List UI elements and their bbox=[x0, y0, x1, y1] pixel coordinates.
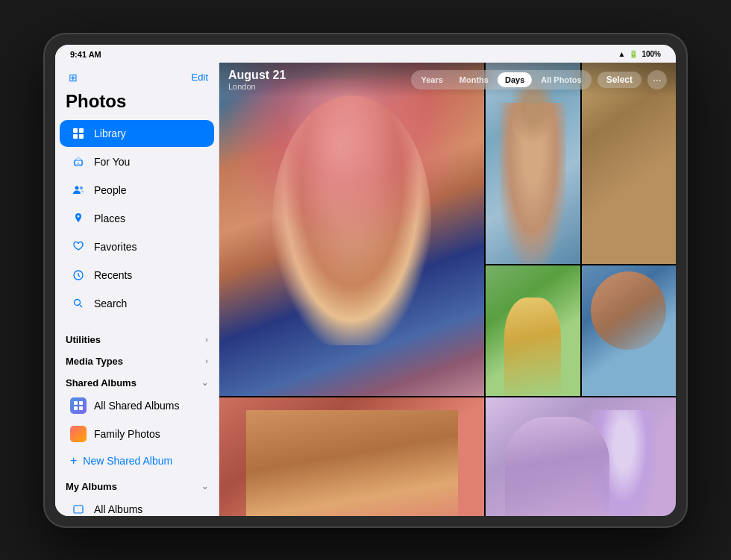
photo-topbar: August 21 London Years Months Days All P… bbox=[219, 63, 676, 97]
sidebar-item-favorites[interactable]: Favorites bbox=[60, 233, 214, 260]
svg-point-6 bbox=[80, 186, 83, 189]
media-types-label: Media Types bbox=[66, 356, 123, 367]
ipad-screen: 9:41 AM ▲ 🔋 100% ⊞ Edit Photos bbox=[55, 45, 676, 516]
select-button[interactable]: Select bbox=[597, 72, 641, 88]
edit-button[interactable]: Edit bbox=[192, 72, 208, 83]
recents-label: Recents bbox=[94, 269, 132, 281]
my-albums-label: My Albums bbox=[66, 481, 117, 492]
for-you-icon bbox=[70, 154, 87, 170]
family-photos-label: Family Photos bbox=[94, 428, 160, 440]
all-shared-albums-thumb bbox=[70, 397, 87, 414]
svg-rect-11 bbox=[79, 401, 83, 405]
photo-cell-main[interactable] bbox=[219, 63, 484, 396]
more-button[interactable]: ··· bbox=[647, 70, 667, 89]
sidebar-item-recents[interactable]: Recents bbox=[60, 262, 214, 289]
people-label: People bbox=[94, 184, 127, 196]
shared-albums-chevron: ⌄ bbox=[201, 378, 208, 388]
favorites-icon bbox=[70, 239, 87, 255]
battery-level: 100% bbox=[641, 50, 661, 58]
svg-point-9 bbox=[75, 299, 81, 305]
svg-rect-3 bbox=[79, 134, 84, 139]
section-shared-albums[interactable]: Shared Albums ⌄ bbox=[55, 370, 219, 391]
section-media-types[interactable]: Media Types › bbox=[55, 348, 219, 370]
sidebar-item-library[interactable]: Library bbox=[60, 120, 214, 147]
photo-cell-4[interactable] bbox=[219, 397, 484, 516]
shared-albums-label: Shared Albums bbox=[66, 377, 137, 388]
svg-rect-12 bbox=[74, 406, 78, 410]
family-photos-thumb bbox=[70, 426, 87, 442]
library-label: Library bbox=[94, 128, 126, 139]
utilities-label: Utilities bbox=[66, 334, 101, 345]
photo-main: August 21 London Years Months Days All P… bbox=[219, 63, 676, 516]
search-label: Search bbox=[94, 298, 127, 309]
new-shared-album-button[interactable]: + New Shared Album bbox=[60, 449, 214, 473]
photo-grid bbox=[219, 63, 676, 516]
sidebar-title: Photos bbox=[55, 89, 219, 119]
battery-icon: 🔋 bbox=[629, 50, 638, 58]
filter-years[interactable]: Years bbox=[413, 72, 450, 87]
photo-cell-5[interactable] bbox=[486, 265, 580, 396]
sidebar-header: ⊞ Edit bbox=[55, 70, 219, 89]
section-utilities[interactable]: Utilities › bbox=[55, 327, 219, 348]
places-icon bbox=[70, 210, 87, 227]
photo-cell-6[interactable] bbox=[582, 265, 677, 396]
all-albums-label: All Albums bbox=[94, 503, 142, 515]
photo-location: London bbox=[228, 82, 286, 91]
search-icon bbox=[70, 295, 87, 312]
favorites-label: Favorites bbox=[94, 241, 137, 253]
filter-days[interactable]: Days bbox=[498, 72, 532, 87]
sidebar-item-for-you[interactable]: For You bbox=[60, 148, 214, 175]
status-time: 9:41 AM bbox=[70, 50, 101, 59]
people-icon bbox=[70, 182, 87, 198]
photo-date-location: August 21 London bbox=[228, 69, 286, 91]
status-bar: 9:41 AM ▲ 🔋 100% bbox=[55, 45, 676, 63]
svg-point-5 bbox=[75, 186, 79, 189]
sidebar-item-all-albums[interactable]: All Albums bbox=[60, 496, 214, 516]
svg-point-7 bbox=[78, 215, 80, 217]
sidebar-item-family-photos[interactable]: Family Photos bbox=[60, 421, 214, 447]
svg-rect-14 bbox=[74, 506, 83, 513]
my-albums-chevron: ⌄ bbox=[201, 482, 208, 491]
photo-cell-9[interactable] bbox=[486, 397, 676, 516]
status-right: ▲ 🔋 100% bbox=[618, 50, 661, 58]
sidebar-toggle-icon[interactable]: ⊞ bbox=[66, 70, 81, 85]
wifi-icon: ▲ bbox=[618, 50, 626, 58]
sidebar: ⊞ Edit Photos Library bbox=[55, 63, 219, 516]
plus-icon: + bbox=[70, 454, 77, 468]
photo-date: August 21 bbox=[228, 69, 286, 82]
filter-all-photos[interactable]: All Photos bbox=[533, 72, 589, 87]
svg-rect-13 bbox=[79, 406, 83, 410]
media-types-chevron: › bbox=[205, 356, 208, 365]
all-albums-icon bbox=[70, 501, 87, 516]
photo-controls: Years Months Days All Photos Select ··· bbox=[411, 70, 667, 89]
sidebar-item-people[interactable]: People bbox=[60, 177, 214, 204]
sidebar-item-search[interactable]: Search bbox=[60, 290, 214, 317]
time-filter-group: Years Months Days All Photos bbox=[411, 70, 591, 89]
all-shared-albums-label: All Shared Albums bbox=[94, 400, 179, 412]
section-my-albums[interactable]: My Albums ⌄ bbox=[55, 474, 219, 495]
places-label: Places bbox=[94, 213, 125, 224]
sidebar-item-all-shared-albums[interactable]: All Shared Albums bbox=[60, 392, 214, 419]
recents-icon bbox=[70, 267, 87, 283]
library-icon bbox=[70, 125, 87, 142]
sidebar-item-places[interactable]: Places bbox=[60, 205, 214, 232]
utilities-chevron: › bbox=[205, 335, 208, 344]
ipad-frame: 9:41 AM ▲ 🔋 100% ⊞ Edit Photos bbox=[45, 34, 686, 526]
app-content: ⊞ Edit Photos Library bbox=[55, 63, 676, 516]
for-you-label: For You bbox=[94, 156, 130, 168]
new-shared-album-label: New Shared Album bbox=[83, 455, 172, 467]
filter-months[interactable]: Months bbox=[452, 72, 496, 87]
svg-rect-1 bbox=[79, 128, 84, 133]
svg-rect-2 bbox=[73, 134, 78, 139]
svg-rect-0 bbox=[73, 128, 78, 133]
svg-rect-10 bbox=[74, 401, 78, 405]
